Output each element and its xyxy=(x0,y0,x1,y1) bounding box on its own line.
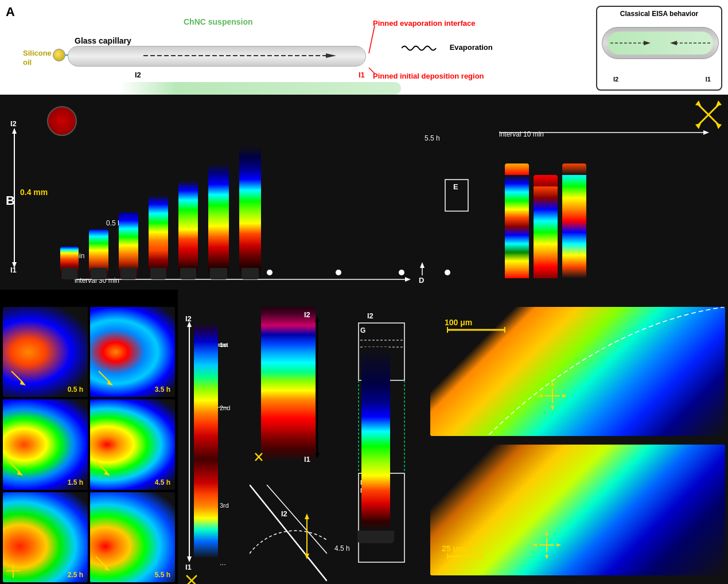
panel-h-arc: 100 μm xyxy=(430,307,725,436)
label-b: B xyxy=(6,193,15,208)
panel-e: E I2 I1 xyxy=(247,290,330,468)
panel-c: C 0.5 h 3.5 h 1.5 h 4 xyxy=(0,290,178,584)
dashed-flow-arrow xyxy=(143,52,338,59)
panel-e-svg: I2 I1 xyxy=(250,307,330,468)
time-label-45h: 4.5 h xyxy=(155,478,170,486)
svg-marker-116 xyxy=(556,543,561,547)
eisa-capillary-diagram xyxy=(602,24,719,70)
svg-line-5 xyxy=(369,68,375,73)
yellow-arrow-35h xyxy=(96,368,113,386)
svg-text:...: ... xyxy=(220,558,226,567)
panel-f-column xyxy=(361,347,390,531)
svg-marker-107 xyxy=(551,381,554,386)
yellow-arrow-05h xyxy=(9,368,26,386)
time-label-35h: 3.5 h xyxy=(155,386,170,394)
svg-marker-33 xyxy=(716,123,722,129)
yellow-arrow-15h xyxy=(6,458,23,476)
svg-point-39 xyxy=(267,270,272,275)
evaporation-label: Evaporation xyxy=(402,43,493,53)
column-images xyxy=(60,146,261,278)
panel-b: B I2 I1 0.4 mm 1 min 0.5 h 5.5 h interva… xyxy=(0,95,728,290)
panel-d: D I2 I1 1st 2nd 3rd ... xyxy=(178,290,247,584)
panel-i-image: 25 μm xyxy=(430,445,725,575)
svg-text:I2: I2 xyxy=(304,310,310,319)
svg-marker-7 xyxy=(644,41,651,45)
eisa-box: Classical EISA behavior I2 I1 xyxy=(596,6,722,91)
svg-marker-35 xyxy=(695,123,701,129)
svg-marker-106 xyxy=(562,394,567,398)
svg-text:2nd: 2nd xyxy=(220,404,230,411)
svg-line-30 xyxy=(697,103,720,126)
svg-text:I1: I1 xyxy=(185,563,192,571)
svg-line-4 xyxy=(369,26,375,53)
svg-text:interval 10 min: interval 10 min xyxy=(499,130,544,138)
svg-text:I1: I1 xyxy=(304,455,310,464)
panel-i-svg: 25 μm xyxy=(430,445,725,575)
time-label-15h: 1.5 h xyxy=(68,478,83,486)
svg-text:1st: 1st xyxy=(220,341,228,348)
svg-line-31 xyxy=(697,103,720,126)
f-time-label: 4.5 h xyxy=(334,544,350,552)
svg-marker-77 xyxy=(315,453,320,458)
eisa-i2: I2 xyxy=(613,76,618,83)
svg-marker-76 xyxy=(315,316,320,322)
svg-rect-28 xyxy=(445,180,468,211)
i2-label-a: I2 xyxy=(135,71,141,79)
panel-c-grid: 0.5 h 3.5 h 1.5 h 4.5 h xyxy=(3,307,175,582)
panel-f: F I2 G H & I 4.5 h xyxy=(330,290,427,584)
svg-marker-62 xyxy=(187,556,192,562)
yellow-arrow-45h xyxy=(93,458,110,476)
time-label-05h: 0.5 h xyxy=(68,386,83,394)
wave-icon xyxy=(402,43,447,53)
panel-g: G I2 xyxy=(247,468,330,584)
cross-section xyxy=(47,106,77,136)
svg-marker-14 xyxy=(12,262,17,268)
time-label-55h: 5.5 h xyxy=(155,571,170,579)
silicone-oil-label: Silicone oil xyxy=(23,49,52,67)
svg-marker-34 xyxy=(716,100,722,106)
svg-text:I2: I2 xyxy=(185,314,192,323)
cross-arrows-25h xyxy=(6,564,20,578)
dep-line xyxy=(364,65,410,82)
yellow-arrow-55h xyxy=(93,554,110,571)
svg-text:I2: I2 xyxy=(10,119,17,128)
panel-d-colorstrip xyxy=(194,323,218,558)
svg-point-40 xyxy=(336,270,341,275)
svg-marker-24 xyxy=(703,130,709,135)
chnc-label: ChNC suspension xyxy=(184,17,253,26)
glass-capillary-label: Glass capillary xyxy=(75,36,131,45)
svg-text:I2: I2 xyxy=(367,312,373,320)
panel-g-svg: I2 xyxy=(250,485,327,581)
panel-h-image: 100 μm xyxy=(430,307,725,436)
svg-marker-9 xyxy=(670,41,677,45)
time-label-25h: 2.5 h xyxy=(68,571,83,579)
svg-text:25 μm: 25 μm xyxy=(442,544,465,553)
svg-text:3rd: 3rd xyxy=(220,502,229,509)
svg-text:I2: I2 xyxy=(281,509,287,518)
panel-f-cap xyxy=(357,531,394,543)
svg-marker-117 xyxy=(545,531,548,535)
svg-text:100 μm: 100 μm xyxy=(445,318,472,327)
interval-columns xyxy=(505,163,586,278)
panel-h: H 100 μm xyxy=(427,290,728,439)
svg-text:G: G xyxy=(360,326,365,334)
svg-marker-105 xyxy=(538,394,543,398)
svg-marker-32 xyxy=(695,100,701,106)
svg-marker-3 xyxy=(326,53,336,58)
capillary-inner xyxy=(120,82,401,95)
svg-text:I1: I1 xyxy=(10,266,17,274)
label-a: A xyxy=(6,5,15,20)
svg-point-42 xyxy=(445,270,450,275)
capillary-diagram: Silicone oil Glass capillary ChNC suspen… xyxy=(23,14,511,89)
svg-text:0.4 mm: 0.4 mm xyxy=(20,188,48,197)
svg-text:E: E xyxy=(453,182,458,191)
panel-i: I 25 μm xyxy=(427,439,728,584)
eisa-arrows xyxy=(602,24,719,62)
svg-point-41 xyxy=(399,270,404,275)
evaporation-text: Evaporation xyxy=(450,43,493,52)
svg-marker-115 xyxy=(532,543,537,547)
svg-text:5.5 h: 5.5 h xyxy=(425,134,440,142)
eisa-i1: I1 xyxy=(706,76,711,83)
oil-bubble xyxy=(53,49,65,61)
svg-marker-108 xyxy=(551,406,554,410)
